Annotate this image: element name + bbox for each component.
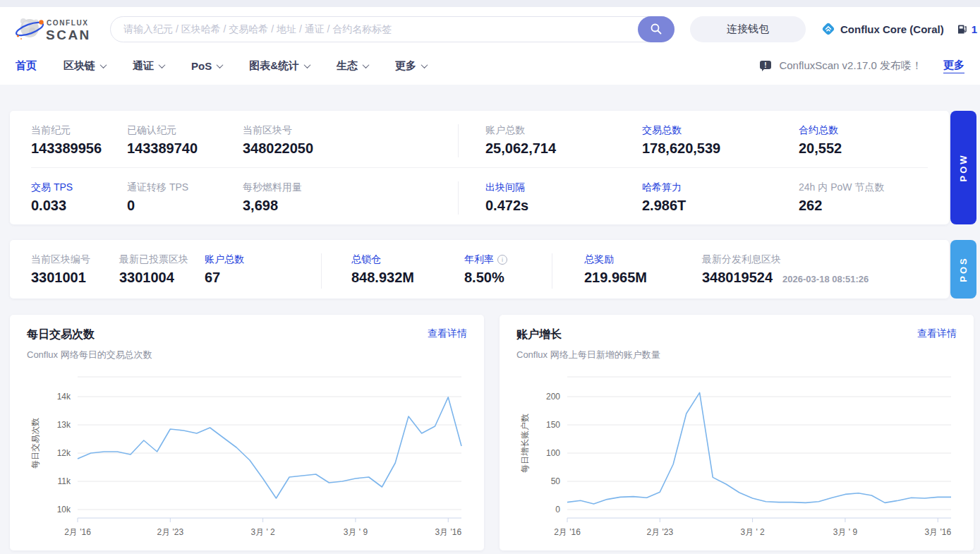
stat-block-interval[interactable]: 出块间隔0.472s [458,181,642,215]
svg-text:3月 ' 9: 3月 ' 9 [833,527,858,537]
interest-block-timestamp: 2026-03-18 08:51:26 [782,274,869,284]
nav-item-charts-stats[interactable]: 图表&统计 [249,59,310,73]
stat-pos-apy[interactable]: 年利率i8.50% [464,253,552,289]
pow-stats-card: 当前纪元143389956 已确认纪元143389740 当前区块号348022… [10,111,949,224]
pow-panel: 当前纪元143389956 已确认纪元143389740 当前区块号348022… [0,111,980,224]
stat-token-transfer-tps: 通证转移 TPS0 [127,181,243,215]
conflux-network-icon [821,22,835,36]
pos-panel: 当前区块编号3301001 最新已投票区块3301004 账户总数67 总锁仓8… [0,240,980,299]
svg-text:50: 50 [551,476,561,486]
svg-text:14k: 14k [57,392,71,402]
planet-logo-icon: CONFLUX SCAN [16,14,95,44]
nav-item-ecosystem[interactable]: 生态 [337,59,368,73]
nav-item-pos[interactable]: PoS [191,60,222,72]
search-icon [650,23,663,35]
view-details-link[interactable]: 查看详情 [428,327,467,340]
svg-text:3月 ' 9: 3月 ' 9 [344,527,368,537]
announcement-more-link[interactable]: 更多 [943,59,964,73]
stat-confirmed-epoch: 已确认纪元143389740 [127,124,243,157]
nav-item-home[interactable]: 首页 [16,59,37,73]
view-details-link[interactable]: 查看详情 [917,327,957,340]
svg-text:CONFLUX: CONFLUX [47,19,89,27]
svg-text:11k: 11k [58,476,71,486]
chevron-down-icon [100,61,107,68]
account-growth-card: 账户增长 查看详情 Conflux 网络上每日新增的账户数量 050100150… [500,315,974,550]
chevron-down-icon [217,61,224,68]
chart-title: 每日交易次数 [27,327,95,342]
svg-text:每日交易次数: 每日交易次数 [30,418,40,469]
chevron-down-icon [159,61,166,68]
pos-tab[interactable]: POS [950,240,976,299]
svg-text:3月 '16: 3月 '16 [435,527,461,537]
stat-total-accounts: 账户总数25,062,714 [458,124,642,157]
chart-title: 账户增长 [516,327,562,342]
stat-pos-latest-voted-block: 最新已投票区块3301004 [119,253,205,289]
svg-text:0: 0 [555,505,560,514]
svg-text:2月 '16: 2月 '16 [554,527,581,537]
stat-current-epoch: 当前纪元143389956 [10,124,127,157]
svg-text:3月 ' 2: 3月 ' 2 [250,527,275,537]
header: CONFLUX SCAN 连接钱包 Conflux Core (Coral) [0,7,980,85]
stat-pos-total-rewards[interactable]: 总奖励219.965M [552,253,702,289]
chart-subtitle: Conflux 网络每日的交易总次数 [27,349,467,361]
nav-item-blockchain[interactable]: 区块链 [63,59,106,73]
stat-current-block-number: 当前区块号348022050 [243,124,458,157]
main-nav: 首页 区块链 通证 PoS 图表&统计 生态 更多 [16,59,427,73]
stat-pos-total-accounts[interactable]: 账户总数67 [205,253,322,289]
stat-transaction-tps[interactable]: 交易 TPS0.033 [10,181,127,215]
svg-text:150: 150 [546,420,560,430]
svg-text:3月 '16: 3月 '16 [924,527,951,537]
stat-total-contracts[interactable]: 合约总数20,552 [799,124,949,157]
stat-hash-rate[interactable]: 哈希算力2.986T [642,181,799,215]
network-selector[interactable]: Conflux Core (Coral) [821,22,944,36]
stat-pow-nodes-24h: 24h 内 PoW 节点数262 [799,181,949,215]
confluxscan-logo[interactable]: CONFLUX SCAN [16,14,95,44]
nav-item-tokens[interactable]: 通证 [133,59,164,73]
svg-text:100: 100 [546,448,560,458]
search-bar [110,16,674,42]
network-label: Conflux Core (Coral) [840,23,944,35]
svg-text:SCAN: SCAN [46,28,91,42]
stat-pos-latest-interest-block: 最新分发利息区块3480195242026-03-18 08:51:26 [702,253,949,289]
stat-pos-current-block: 当前区块编号3301001 [10,253,119,289]
pow-tab[interactable]: POW [950,111,976,224]
daily-transactions-chart[interactable]: 10k11k12k13k14k2月 '162月 '233月 ' 23月 ' 93… [27,371,467,550]
announcement-text: ConfluxScan v2.17.0 发布喽！ [779,59,922,73]
nav-item-more[interactable]: 更多 [395,59,427,73]
svg-text:10k: 10k [57,505,71,514]
chevron-down-icon [421,61,428,68]
gas-price[interactable]: 1 Gdrip [957,23,980,35]
search-button[interactable] [638,16,674,42]
svg-text:13k: 13k [57,420,71,430]
account-growth-chart[interactable]: 0501001502002月 '162月 '233月 ' 23月 ' 93月 '… [516,371,957,550]
pos-stats-card: 当前区块编号3301001 最新已投票区块3301004 账户总数67 总锁仓8… [10,240,949,299]
chart-subtitle: Conflux 网络上每日新增的账户数量 [516,349,957,361]
connect-wallet-button[interactable]: 连接钱包 [690,16,806,42]
daily-transactions-card: 每日交易次数 查看详情 Conflux 网络每日的交易总次数 10k11k12k… [10,315,484,550]
svg-text:200: 200 [546,392,560,402]
chevron-down-icon [304,61,311,68]
search-input[interactable] [110,16,674,42]
chevron-down-icon [363,61,370,68]
info-icon[interactable]: i [497,255,507,265]
svg-text:3月 ' 2: 3月 ' 2 [740,527,765,537]
stat-gas-per-second: 每秒燃料用量3,698 [243,181,458,215]
gas-price-label: 1 Gdrip [972,23,980,35]
svg-text:2月 '23: 2月 '23 [646,527,673,537]
charts-row: 每日交易次数 查看详情 Conflux 网络每日的交易总次数 10k11k12k… [0,315,980,550]
gas-pump-icon [957,23,968,35]
announcement-icon: ! [759,59,772,72]
svg-text:2月 '16: 2月 '16 [64,527,91,537]
svg-text:12k: 12k [57,448,71,458]
svg-text:每日增长账户数: 每日增长账户数 [520,414,530,473]
svg-text:!: ! [765,61,767,69]
stat-pos-total-locked[interactable]: 总锁仓848.932M [322,253,464,289]
top-strip [0,0,980,7]
stat-total-transactions[interactable]: 交易总数178,620,539 [642,124,799,157]
svg-text:2月 '23: 2月 '23 [157,527,183,537]
